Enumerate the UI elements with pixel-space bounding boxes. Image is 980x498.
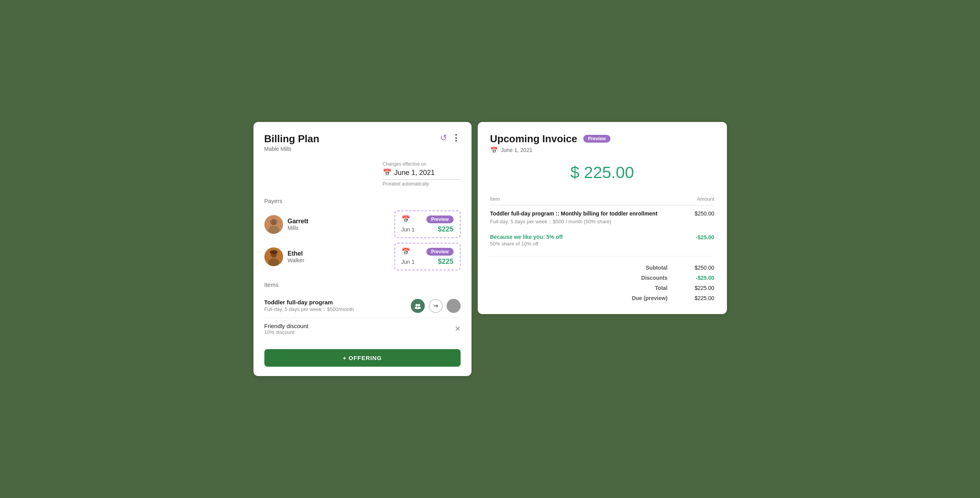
effective-date-row: Changes effective on 📅 June 1, 2021 Pror… [264, 161, 461, 187]
svg-point-6 [268, 226, 279, 234]
discount-desc: 10% discount [264, 329, 308, 335]
payer-ethel-invoice-header: 📅 Preview [401, 247, 454, 256]
discounts-label: Discounts [621, 275, 668, 281]
svg-point-14 [417, 307, 421, 309]
garrett-amount: $225 [438, 225, 453, 233]
ethel-date: Jun 1 [401, 259, 415, 265]
billing-title: Billing Plan [264, 133, 320, 145]
refresh-icon[interactable]: ↺ [440, 134, 447, 142]
invoice-item-title: Toddler full-day program :: Monthly bill… [490, 210, 691, 218]
total-label: Total [621, 285, 668, 291]
svg-rect-5 [275, 221, 276, 223]
invoice-line-toddler: Toddler full-day program :: Monthly bill… [490, 205, 714, 229]
due-value: $225.00 [683, 295, 714, 301]
title-block: Billing Plan Mable Mills [264, 133, 320, 152]
payer-garrett-first: Garrett [288, 218, 394, 225]
main-container: Billing Plan Mable Mills ↺ ⋮ Changes eff… [253, 122, 727, 376]
close-discount-icon[interactable]: ✕ [455, 325, 461, 333]
items-label: Items [264, 281, 461, 288]
summary-due-row: Due (preview) $225.00 [490, 293, 714, 303]
invoice-divider [490, 256, 714, 256]
invoice-discount-amount: -$25.00 [696, 234, 714, 240]
avatar-ethel [264, 247, 283, 266]
invoice-panel: Upcoming Invoice Preview 📅 June 1, 2021 … [478, 122, 727, 314]
svg-point-11 [415, 304, 418, 306]
invoice-total: $ 225.00 [490, 163, 714, 182]
payer-ethel-first: Ethel [288, 250, 394, 257]
garrett-date: Jun 1 [401, 226, 415, 233]
billing-subtitle: Mable Mills [264, 146, 320, 152]
invoice-date: June 1, 2021 [501, 147, 533, 153]
billing-panel: Billing Plan Mable Mills ↺ ⋮ Changes eff… [253, 122, 472, 376]
payer-garrett-last: Mills [288, 225, 394, 231]
payer-row: Garrett Mills 📅 Preview Jun 1 $225 [264, 210, 461, 238]
item-desc: Full-day, 5 days per week :: $500/month [264, 306, 354, 312]
payer-ethel-row: Ethel Walker 📅 Preview Jun 1 $225 [264, 243, 461, 270]
summary-total-row: Total $225.00 [490, 283, 714, 293]
discounts-value: -$25.00 [683, 275, 714, 281]
payer-garrett-name-block: Garrett Mills [288, 218, 394, 231]
item-actions [411, 299, 461, 313]
header-icons: ↺ ⋮ [440, 133, 461, 143]
invoice-line-discount: Because we like you: 5% off 50% share of… [490, 229, 714, 251]
effective-date-block: Changes effective on 📅 June 1, 2021 Pror… [383, 161, 461, 187]
garrett-preview-badge[interactable]: Preview [426, 215, 453, 223]
svg-point-10 [268, 258, 279, 266]
summary-discounts-row: Discounts -$25.00 [490, 273, 714, 283]
calendar-icon-garrett: 📅 [401, 215, 410, 224]
invoice-item-amount: $250.00 [695, 210, 714, 217]
panel-header: Billing Plan Mable Mills ↺ ⋮ [264, 133, 461, 152]
invoice-discount-sub: 50% share of 10% off [490, 241, 691, 247]
items-section: Items Toddler full-day program Full-day,… [264, 281, 461, 340]
invoice-calendar-icon: 📅 [490, 147, 498, 154]
svg-point-9 [270, 250, 278, 254]
calendar-icon: 📅 [383, 168, 391, 177]
col-item: Item [490, 193, 691, 205]
item-title: Toddler full-day program [264, 299, 354, 306]
payer-ethel-name-block: Ethel Walker [288, 250, 394, 263]
more-icon[interactable]: ⋮ [452, 133, 461, 143]
payer-ethel-last: Walker [288, 257, 394, 263]
invoice-item-sub: Full-day, 5 days per week :: $500 / mont… [490, 219, 691, 224]
due-label: Due (preview) [621, 295, 668, 301]
payer-ethel-invoice-box[interactable]: 📅 Preview Jun 1 $225 [394, 243, 461, 270]
status-icon[interactable] [447, 299, 461, 313]
effective-label: Changes effective on [383, 161, 461, 167]
payer-garrett-invoice-box[interactable]: 📅 Preview Jun 1 $225 [394, 210, 461, 238]
invoice-title: Upcoming Invoice [490, 133, 577, 145]
subtotal-label: Subtotal [621, 265, 668, 271]
invoice-table: Item Amount Toddler full-day program :: … [490, 193, 714, 251]
invoice-discount-title: Because we like you: 5% off [490, 234, 691, 240]
prorated-text: Prorated automatically [383, 181, 461, 187]
payers-section: Payers Garrett Mills [264, 198, 461, 270]
effective-date-inner: 📅 June 1, 2021 [383, 168, 461, 180]
item-row-toddler: Toddler full-day program Full-day, 5 day… [264, 294, 461, 318]
discount-title: Friendly discount [264, 323, 308, 329]
invoice-preview-badge[interactable]: Preview [583, 135, 610, 143]
summary-subtotal-row: Subtotal $250.00 [490, 263, 714, 273]
calendar-icon-ethel: 📅 [401, 247, 410, 256]
avatar-garrett [264, 215, 283, 234]
ethel-preview-badge[interactable]: Preview [426, 248, 453, 256]
effective-date-value: June 1, 2021 [394, 169, 435, 177]
discount-row: Friendly discount 10% discount ✕ [264, 318, 461, 340]
invoice-date-row: 📅 June 1, 2021 [490, 147, 714, 154]
group-icon-btn[interactable] [411, 299, 425, 313]
col-amount: Amount [691, 193, 714, 205]
subtotal-value: $250.00 [683, 265, 714, 271]
ethel-amount: $225 [438, 258, 453, 266]
invoice-summary: Subtotal $250.00 Discounts -$25.00 Total… [490, 263, 714, 303]
total-value: $225.00 [683, 285, 714, 291]
transfer-icon-btn[interactable] [429, 299, 443, 313]
payers-label: Payers [264, 198, 461, 204]
add-offering-button[interactable]: + OFFERING [264, 349, 461, 367]
item-info: Toddler full-day program Full-day, 5 day… [264, 299, 354, 312]
payer-garrett-invoice-header: 📅 Preview [401, 215, 454, 224]
svg-rect-4 [271, 221, 272, 223]
discount-info: Friendly discount 10% discount [264, 323, 308, 335]
svg-point-12 [418, 304, 420, 306]
invoice-header-row: Upcoming Invoice Preview [490, 133, 714, 145]
